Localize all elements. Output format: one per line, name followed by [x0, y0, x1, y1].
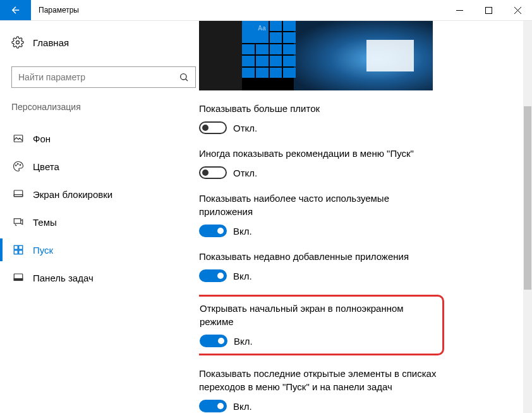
lockscreen-icon: [13, 188, 24, 200]
svg-rect-7: [14, 190, 23, 197]
search-box[interactable]: [11, 66, 196, 88]
content-area: Aa Показывать больше плиток Откл. Иногда…: [199, 21, 532, 413]
toggle-state: Вкл.: [233, 226, 252, 237]
svg-rect-12: [14, 250, 18, 254]
sidebar-item-label: Фон: [33, 133, 51, 144]
arrow-left-icon: [10, 4, 21, 16]
svg-point-2: [181, 74, 186, 80]
svg-rect-11: [19, 245, 23, 249]
setting-label: Показывать недавно добавленные приложени…: [199, 250, 445, 263]
setting-suggestions: Иногда показывать рекомендации в меню "П…: [199, 147, 445, 179]
setting-most-used: Показывать наиболее часто используемые п…: [199, 192, 445, 237]
scroll-thumb[interactable]: [524, 106, 531, 290]
setting-fullscreen-highlighted: Открывать начальный экран в полноэкранно…: [199, 295, 444, 355]
sidebar-item-label: Цвета: [33, 161, 59, 172]
setting-recently-added: Показывать недавно добавленные приложени…: [199, 250, 445, 282]
toggle-more-tiles[interactable]: [199, 121, 227, 134]
gear-icon: [11, 36, 24, 49]
setting-jumplists: Показывать последние открытые элементы в…: [199, 367, 445, 412]
svg-rect-13: [19, 250, 23, 254]
close-icon: [514, 7, 521, 14]
setting-label: Показывать наиболее часто используемые п…: [199, 192, 445, 218]
setting-label: Показывать больше плиток: [199, 102, 445, 115]
sidebar-item-taskbar[interactable]: Панель задач: [11, 264, 199, 292]
toggle-state: Вкл.: [233, 271, 252, 281]
sidebar-item-label: Пуск: [33, 245, 53, 256]
window-title: Параметры: [31, 0, 87, 20]
sidebar-item-lockscreen[interactable]: Экран блокировки: [11, 180, 199, 208]
toggle-state: Откл.: [233, 168, 257, 178]
close-button[interactable]: [503, 0, 532, 20]
svg-rect-9: [14, 219, 21, 224]
svg-point-5: [18, 164, 19, 165]
category-header: Персонализация: [11, 102, 199, 112]
toggle-suggestions[interactable]: [199, 166, 227, 179]
maximize-icon: [485, 7, 492, 14]
svg-rect-10: [14, 245, 18, 249]
toggle-state: Откл.: [233, 123, 257, 133]
palette-icon: [13, 161, 24, 172]
toggle-recently-added[interactable]: [199, 269, 227, 282]
start-icon: [13, 244, 24, 256]
svg-point-1: [16, 41, 20, 44]
setting-label: Иногда показывать рекомендации в меню "П…: [199, 147, 445, 160]
sidebar-item-background[interactable]: Фон: [11, 125, 199, 152]
toggle-state: Вкл.: [234, 336, 253, 347]
maximize-button[interactable]: [474, 0, 503, 20]
home-nav[interactable]: Главная: [11, 34, 199, 51]
sidebar-item-label: Темы: [33, 217, 57, 228]
sidebar-item-label: Панель задач: [33, 273, 94, 283]
search-icon: [179, 72, 189, 82]
home-label: Главная: [33, 37, 69, 48]
scrollbar[interactable]: [523, 21, 532, 413]
sidebar-item-themes[interactable]: Темы: [11, 208, 199, 236]
toggle-most-used[interactable]: [199, 225, 227, 237]
setting-label: Показывать последние открытые элементы в…: [199, 367, 445, 393]
titlebar: Параметры: [0, 0, 532, 21]
sidebar: Главная Персонализация Фон Цвета Экран б…: [0, 21, 199, 413]
toggle-state: Вкл.: [233, 401, 252, 412]
svg-rect-8: [14, 195, 23, 197]
sidebar-item-label: Экран блокировки: [33, 189, 112, 200]
setting-more-tiles: Показывать больше плиток Откл.: [199, 102, 445, 134]
search-input[interactable]: [18, 72, 179, 82]
setting-label: Открывать начальный экран в полноэкранно…: [200, 302, 436, 328]
start-preview: Aa: [199, 21, 433, 90]
toggle-fullscreen[interactable]: [200, 335, 227, 347]
picture-icon: [13, 133, 24, 144]
svg-rect-0: [485, 7, 492, 13]
back-button[interactable]: [0, 0, 31, 20]
sidebar-item-colors[interactable]: Цвета: [11, 152, 199, 180]
svg-point-4: [16, 165, 17, 166]
svg-point-6: [20, 164, 21, 166]
svg-rect-15: [14, 279, 23, 281]
taskbar-icon: [13, 272, 24, 283]
sidebar-item-start[interactable]: Пуск: [11, 236, 199, 264]
minimize-icon: [456, 7, 463, 14]
themes-icon: [13, 216, 24, 228]
minimize-button[interactable]: [445, 0, 474, 20]
toggle-jumplists[interactable]: [199, 400, 227, 412]
